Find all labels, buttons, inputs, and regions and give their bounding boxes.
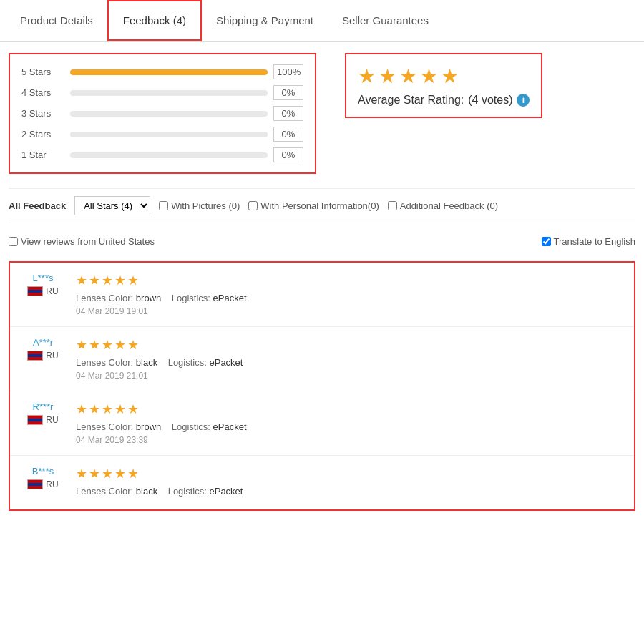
bar-track-5 bbox=[70, 152, 268, 158]
star-4: ★ bbox=[420, 64, 438, 88]
additional-checkbox[interactable] bbox=[388, 201, 397, 210]
lenses-color-label: Lenses Color: bbox=[76, 357, 133, 368]
logistics-label: Logistics: bbox=[168, 357, 207, 368]
lenses-color-label: Lenses Color: bbox=[76, 293, 133, 303]
reviewer-info: R***r RU bbox=[21, 401, 64, 425]
review-details: Lenses Color: black Logistics: ePacket bbox=[76, 357, 623, 368]
review-date: 04 Mar 2019 19:01 bbox=[76, 306, 623, 316]
review-star: ★ bbox=[114, 273, 126, 288]
reviewer-country: RU bbox=[27, 286, 58, 296]
review-star: ★ bbox=[114, 466, 126, 482]
avg-text: Average Star Rating: (4 votes) i bbox=[358, 94, 530, 107]
review-star: ★ bbox=[102, 337, 113, 353]
review-item: L***s RU ★★★★★ Lenses Color: brown Logis… bbox=[10, 263, 634, 327]
review-star: ★ bbox=[102, 401, 113, 417]
review-header: A***r RU ★★★★★ Lenses Color: black Logis… bbox=[21, 337, 623, 381]
translate-label: Translate to English bbox=[554, 236, 635, 247]
with-pictures-label: With Pictures (0) bbox=[171, 200, 240, 211]
review-star: ★ bbox=[89, 466, 100, 482]
tabs-bar: Product Details Feedback (4) Shipping & … bbox=[0, 0, 644, 42]
bar-track-1 bbox=[70, 69, 268, 75]
star-label-4: 2 Stars bbox=[21, 129, 64, 140]
star-3: ★ bbox=[399, 64, 417, 88]
rating-section: 5 Stars 100% 4 Stars 0% 3 Stars 0% 2 Sta… bbox=[9, 53, 635, 174]
review-star: ★ bbox=[114, 337, 126, 353]
star-label-1: 5 Stars bbox=[21, 67, 64, 77]
additional-filter[interactable]: Additional Feedback (0) bbox=[388, 200, 498, 211]
flag-icon bbox=[27, 351, 43, 361]
star-2: ★ bbox=[379, 64, 396, 88]
review-star: ★ bbox=[102, 466, 113, 482]
review-star: ★ bbox=[127, 466, 139, 482]
star-label-3: 3 Stars bbox=[21, 108, 64, 119]
reviewer-info: A***r RU bbox=[21, 337, 64, 361]
bar-track-3 bbox=[70, 111, 268, 117]
with-pictures-checkbox[interactable] bbox=[159, 201, 168, 210]
review-star: ★ bbox=[89, 401, 100, 417]
with-personal-checkbox[interactable] bbox=[248, 201, 258, 210]
view-reviews-checkbox[interactable] bbox=[9, 237, 18, 246]
review-star: ★ bbox=[127, 273, 139, 288]
avg-label: Average Star Rating: bbox=[358, 94, 464, 107]
flag-icon bbox=[27, 415, 43, 425]
with-pictures-filter[interactable]: With Pictures (0) bbox=[159, 200, 240, 211]
filter-bar: All Feedback All Stars (4) With Pictures… bbox=[9, 188, 635, 223]
review-star: ★ bbox=[102, 273, 113, 288]
bar-pct-5: 0% bbox=[273, 147, 303, 162]
logistics-value: ePacket bbox=[209, 357, 243, 368]
tab-shipping-payment[interactable]: Shipping & Payment bbox=[202, 0, 328, 41]
reviewer-name: A***r bbox=[33, 337, 53, 348]
star-label-2: 4 Stars bbox=[21, 87, 64, 98]
votes-count: (4 votes) bbox=[468, 94, 512, 107]
stars-display: ★ ★ ★ ★ ★ bbox=[358, 64, 459, 88]
lenses-color-value: black bbox=[136, 486, 157, 497]
logistics-label: Logistics: bbox=[168, 486, 207, 497]
tab-feedback[interactable]: Feedback (4) bbox=[107, 0, 202, 41]
logistics-value: ePacket bbox=[213, 421, 247, 432]
reviewer-name: L***s bbox=[33, 273, 54, 283]
star-label-5: 1 Star bbox=[21, 150, 64, 160]
reviews-list: L***s RU ★★★★★ Lenses Color: brown Logis… bbox=[9, 261, 635, 511]
bar-pct-3: 0% bbox=[273, 106, 303, 121]
review-date: 04 Mar 2019 23:39 bbox=[76, 435, 623, 445]
review-body: ★★★★★ Lenses Color: brown Logistics: ePa… bbox=[76, 401, 623, 445]
star-1: ★ bbox=[358, 64, 376, 88]
view-reviews-filter[interactable]: View reviews from United States bbox=[9, 236, 155, 247]
bar-track-2 bbox=[70, 90, 268, 96]
review-stars: ★★★★★ bbox=[76, 337, 623, 353]
info-icon[interactable]: i bbox=[517, 94, 530, 107]
reviewer-country: RU bbox=[27, 351, 58, 361]
translate-filter[interactable]: Translate to English bbox=[542, 236, 635, 247]
star-row-3: 3 Stars 0% bbox=[21, 106, 303, 121]
flag-icon bbox=[27, 479, 43, 489]
review-star: ★ bbox=[89, 337, 100, 353]
review-item: R***r RU ★★★★★ Lenses Color: brown Logis… bbox=[10, 391, 634, 456]
tab-seller-guarantees[interactable]: Seller Guarantees bbox=[328, 0, 443, 41]
review-star: ★ bbox=[76, 401, 87, 417]
review-star: ★ bbox=[127, 401, 139, 417]
all-stars-select[interactable]: All Stars (4) bbox=[74, 196, 150, 215]
reviewer-info: L***s RU bbox=[21, 273, 64, 296]
review-details: Lenses Color: brown Logistics: ePacket bbox=[76, 293, 623, 303]
bar-fill-1 bbox=[70, 69, 268, 75]
star-bars: 5 Stars 100% 4 Stars 0% 3 Stars 0% 2 Sta… bbox=[9, 53, 316, 174]
avg-rating-box: ★ ★ ★ ★ ★ Average Star Rating: (4 votes)… bbox=[345, 53, 542, 118]
main-content: 5 Stars 100% 4 Stars 0% 3 Stars 0% 2 Sta… bbox=[0, 42, 644, 522]
review-star: ★ bbox=[76, 337, 87, 353]
filter-row2: View reviews from United States Translat… bbox=[9, 230, 635, 253]
review-star: ★ bbox=[89, 273, 100, 288]
star-row-1: 5 Stars 100% bbox=[21, 64, 303, 79]
review-item: A***r RU ★★★★★ Lenses Color: black Logis… bbox=[10, 327, 634, 391]
review-header: L***s RU ★★★★★ Lenses Color: brown Logis… bbox=[21, 273, 623, 316]
all-feedback-label: All Feedback bbox=[9, 200, 66, 211]
translate-checkbox[interactable] bbox=[542, 237, 551, 246]
review-stars: ★★★★★ bbox=[76, 273, 623, 288]
logistics-value: ePacket bbox=[213, 293, 247, 303]
tab-product-details[interactable]: Product Details bbox=[6, 0, 107, 41]
with-personal-filter[interactable]: With Personal Information(0) bbox=[248, 200, 379, 211]
translate-group: Translate to English bbox=[542, 236, 635, 247]
bar-pct-4: 0% bbox=[273, 127, 303, 142]
reviewer-name: B***s bbox=[32, 466, 54, 477]
bar-track-4 bbox=[70, 132, 268, 137]
review-header: R***r RU ★★★★★ Lenses Color: brown Logis… bbox=[21, 401, 623, 445]
